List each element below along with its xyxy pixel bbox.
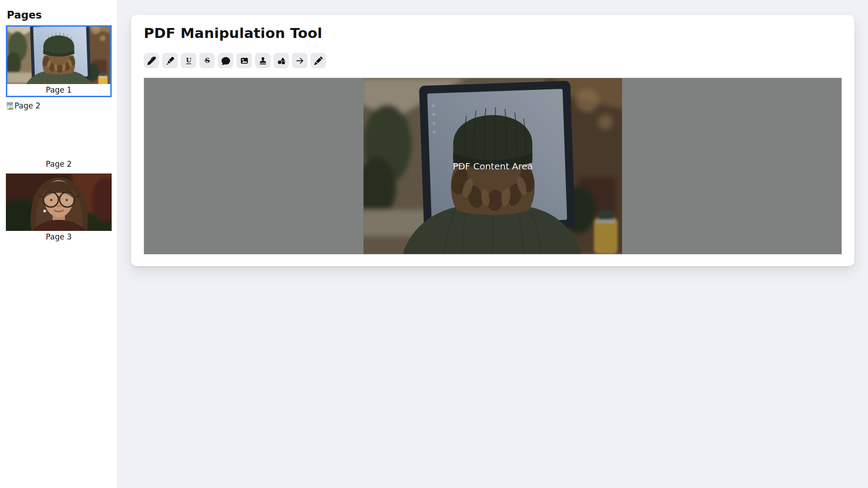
pen-icon	[147, 56, 156, 65]
strikethrough-tool-button[interactable]: S	[199, 53, 215, 68]
pencil-tool-button[interactable]	[311, 53, 326, 68]
pages-sidebar: Pages Page 1 Page 2 Page 2 Page 3	[0, 0, 118, 488]
page-3-thumbnail-image	[6, 174, 112, 231]
image-tool-button[interactable]	[236, 53, 252, 68]
strikethrough-icon: S	[203, 56, 212, 65]
arrow-right-tool-button[interactable]	[292, 53, 307, 68]
pdf-tool-card: PDF Manipulation Tool U S	[131, 15, 854, 266]
page-thumbnail-3[interactable]: Page 3	[6, 174, 112, 243]
pen-tool-button[interactable]	[144, 53, 159, 68]
arrow-right-icon	[296, 56, 304, 65]
page-title: PDF Manipulation Tool	[144, 25, 842, 41]
highlighter-icon	[166, 56, 175, 65]
main-area: PDF Manipulation Tool U S	[118, 15, 868, 266]
svg-text:U: U	[186, 56, 191, 64]
comment-icon	[222, 56, 230, 65]
shapes-tool-button[interactable]	[274, 53, 289, 68]
image-icon	[240, 56, 249, 65]
page-1-caption: Page 1	[7, 84, 110, 96]
stamp-icon	[259, 56, 267, 65]
page-2-caption: Page 2	[6, 158, 112, 170]
underline-icon: U	[184, 56, 193, 65]
shapes-icon	[277, 56, 286, 65]
page-thumbnail-1[interactable]: Page 1	[6, 25, 112, 97]
pencil-icon	[314, 56, 323, 65]
comment-tool-button[interactable]	[218, 53, 233, 68]
highlighter-tool-button[interactable]	[162, 53, 178, 68]
page-1-thumbnail-image	[7, 27, 110, 84]
page-thumbnail-2[interactable]: Page 2 Page 2	[6, 101, 112, 170]
pages-heading: Pages	[7, 9, 112, 21]
broken-image-placeholder: Page 2	[6, 101, 112, 111]
annotation-toolbar: U S	[144, 53, 842, 68]
stamp-tool-button[interactable]	[255, 53, 270, 68]
broken-image-alt-text: Page 2	[14, 101, 40, 111]
underline-tool-button[interactable]: U	[181, 53, 196, 68]
broken-image-icon	[6, 101, 14, 111]
page-3-caption: Page 3	[6, 231, 112, 243]
page-2-thumbnail-image: Page 2	[6, 101, 112, 158]
pdf-content-area[interactable]: PDF Content Area	[144, 78, 842, 254]
pdf-page-image	[363, 78, 622, 254]
